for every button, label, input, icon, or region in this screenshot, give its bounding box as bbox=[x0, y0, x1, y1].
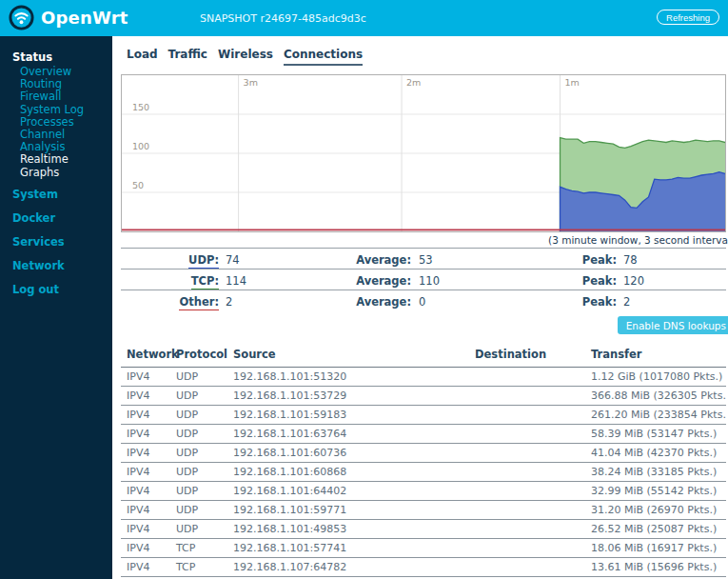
sidebar-item-log-out[interactable]: Log out bbox=[0, 282, 112, 298]
brand-logo: OpenWrt bbox=[9, 5, 128, 30]
stat-label: TCP: bbox=[121, 274, 219, 288]
sidebar-item-firewall[interactable]: Firewall bbox=[0, 90, 112, 103]
tab-wireless[interactable]: Wireless bbox=[218, 48, 273, 66]
stat-row-udp: UDP:74Average:53Peak:78 bbox=[121, 248, 726, 269]
sidebar-item-services[interactable]: Services bbox=[0, 234, 112, 250]
cell-transfer: 38.24 MiB (33185 Pkts.) bbox=[585, 463, 726, 482]
cell-source: 192.168.1.101:60868 bbox=[227, 463, 469, 482]
cell-protocol: UDP bbox=[170, 482, 227, 501]
connection-row: IPV4UDP192.168.1.101:4985326.52 MiB (250… bbox=[121, 520, 726, 539]
cell-destination bbox=[469, 558, 585, 577]
cell-source: 192.168.1.101:53729 bbox=[227, 387, 469, 406]
cell-destination bbox=[469, 463, 585, 482]
cell-network: IPV4 bbox=[121, 368, 170, 387]
stat-row-tcp: TCP:114Average:110Peak:120 bbox=[121, 269, 726, 290]
enable-dns-lookups-button[interactable]: Enable DNS lookups bbox=[618, 316, 728, 334]
stat-peak-value: 78 bbox=[623, 253, 638, 267]
cell-destination bbox=[469, 501, 585, 520]
cell-protocol: UDP bbox=[170, 520, 227, 539]
cell-network: IPV4 bbox=[121, 406, 170, 425]
cell-destination bbox=[469, 387, 585, 406]
stat-label: UDP: bbox=[121, 253, 219, 267]
cell-source: 192.168.1.101:63764 bbox=[227, 425, 469, 444]
openwrt-wifi-logo-icon bbox=[9, 5, 34, 30]
stat-average-label: Average: bbox=[268, 295, 411, 309]
svg-text:2m: 2m bbox=[406, 77, 421, 88]
cell-network: IPV4 bbox=[121, 539, 170, 558]
top-header: OpenWrt SNAPSHOT r24697-485adc9d3c Refre… bbox=[0, 0, 728, 36]
stat-peak-label: Peak: bbox=[474, 253, 617, 267]
cell-destination bbox=[469, 520, 585, 539]
connection-row: IPV4UDP192.168.1.101:6073641.04 MiB (423… bbox=[121, 444, 726, 463]
stat-peak-value: 2 bbox=[623, 295, 630, 309]
stat-current-value: 74 bbox=[226, 253, 240, 267]
cell-network: IPV4 bbox=[121, 520, 170, 539]
tab-traffic[interactable]: Traffic bbox=[168, 48, 207, 66]
connection-row: IPV4UDP192.168.1.101:6086838.24 MiB (331… bbox=[121, 463, 726, 482]
cell-protocol: TCP bbox=[170, 539, 227, 558]
cell-transfer: 31.20 MiB (26970 Pkts.) bbox=[585, 501, 726, 520]
cell-protocol: UDP bbox=[170, 368, 227, 387]
cell-source: 192.168.1.101:51320 bbox=[227, 368, 469, 387]
sidebar-item-system-log[interactable]: System Log bbox=[0, 104, 112, 116]
cell-protocol: UDP bbox=[170, 425, 227, 444]
cell-protocol: UDP bbox=[170, 444, 227, 463]
brand-title: OpenWrt bbox=[41, 8, 128, 28]
openwrt-app: OpenWrt SNAPSHOT r24697-485adc9d3c Refre… bbox=[0, 0, 728, 579]
cell-destination bbox=[469, 482, 585, 501]
sidebar-item-status[interactable]: Status bbox=[0, 50, 112, 66]
connection-row: IPV4UDP192.168.1.101:6440232.99 MiB (551… bbox=[121, 482, 726, 501]
refreshing-badge[interactable]: Refreshing bbox=[657, 10, 719, 25]
stat-average-label: Average: bbox=[268, 253, 411, 267]
tab-connections[interactable]: Connections bbox=[284, 48, 363, 66]
main-content: LoadTrafficWirelessConnections 150100503… bbox=[112, 36, 728, 579]
cell-transfer: 366.88 MiB (326305 Pkts.) bbox=[585, 387, 726, 406]
actions-row: Enable DNS lookups bbox=[121, 316, 728, 334]
cell-transfer: 18.06 MiB (16917 Pkts.) bbox=[585, 539, 726, 558]
cell-network: IPV4 bbox=[121, 444, 170, 463]
connection-row: IPV4UDP192.168.1.101:59183261.20 MiB (23… bbox=[121, 406, 726, 425]
tab-load[interactable]: Load bbox=[127, 48, 158, 66]
cell-transfer: 13.61 MiB (15696 Pkts.) bbox=[585, 558, 726, 577]
column-header-transfer: Transfer bbox=[585, 343, 726, 368]
svg-text:50: 50 bbox=[132, 180, 144, 190]
sidebar-item-network[interactable]: Network bbox=[0, 258, 112, 274]
cell-source: 192.168.1.107:64782 bbox=[227, 558, 469, 577]
sidebar-item-system[interactable]: System bbox=[0, 187, 112, 203]
connection-row: IPV4TCP192.168.1.101:5774118.06 MiB (169… bbox=[121, 539, 726, 558]
svg-text:3m: 3m bbox=[244, 77, 258, 88]
sidebar-item-docker[interactable]: Docker bbox=[0, 210, 112, 227]
cell-protocol: UDP bbox=[170, 463, 227, 482]
sidebar-item-channel-analysis[interactable]: Channel Analysis bbox=[0, 129, 112, 153]
connections-chart-frame: 150100503m2m1m bbox=[121, 74, 726, 232]
connection-row: IPV4UDP192.168.1.101:53729366.88 MiB (32… bbox=[121, 387, 726, 406]
cell-network: IPV4 bbox=[121, 482, 170, 501]
cell-protocol: UDP bbox=[170, 406, 227, 425]
stat-row-other: Other:2Average:0Peak:2 bbox=[121, 290, 726, 310]
column-header-protocol: Protocol bbox=[170, 343, 227, 368]
cell-source: 192.168.1.101:57741 bbox=[227, 539, 469, 558]
sidebar-item-realtime-graphs[interactable]: Realtime Graphs bbox=[0, 153, 112, 178]
cell-destination bbox=[469, 539, 585, 558]
connections-table-header: NetworkProtocolSourceDestinationTransfer bbox=[121, 343, 726, 368]
firmware-version: SNAPSHOT r24697-485adc9d3c bbox=[200, 12, 366, 25]
cell-protocol: TCP bbox=[170, 558, 227, 577]
stat-average-value: 53 bbox=[419, 253, 433, 267]
cell-transfer: 261.20 MiB (233854 Pkts.) bbox=[585, 406, 726, 425]
cell-transfer: 41.04 MiB (42370 Pkts.) bbox=[585, 444, 726, 463]
stat-current-value: 2 bbox=[226, 295, 232, 309]
stat-peak-label: Peak: bbox=[474, 295, 617, 309]
connections-chart: 150100503m2m1m bbox=[122, 75, 725, 231]
cell-transfer: 32.99 MiB (55142 Pkts.) bbox=[585, 482, 726, 501]
cell-transfer: 58.39 MiB (53147 Pkts.) bbox=[585, 425, 726, 444]
stat-average-value: 0 bbox=[419, 295, 425, 309]
stat-peak-value: 120 bbox=[623, 274, 644, 288]
cell-destination bbox=[469, 368, 585, 387]
cell-protocol: UDP bbox=[170, 387, 227, 406]
cell-network: IPV4 bbox=[121, 425, 170, 444]
graph-tabs: LoadTrafficWirelessConnections bbox=[127, 48, 728, 66]
cell-network: IPV4 bbox=[121, 463, 170, 482]
cell-destination bbox=[469, 425, 585, 444]
column-header-network: Network bbox=[121, 343, 170, 368]
column-header-destination: Destination bbox=[469, 343, 585, 368]
